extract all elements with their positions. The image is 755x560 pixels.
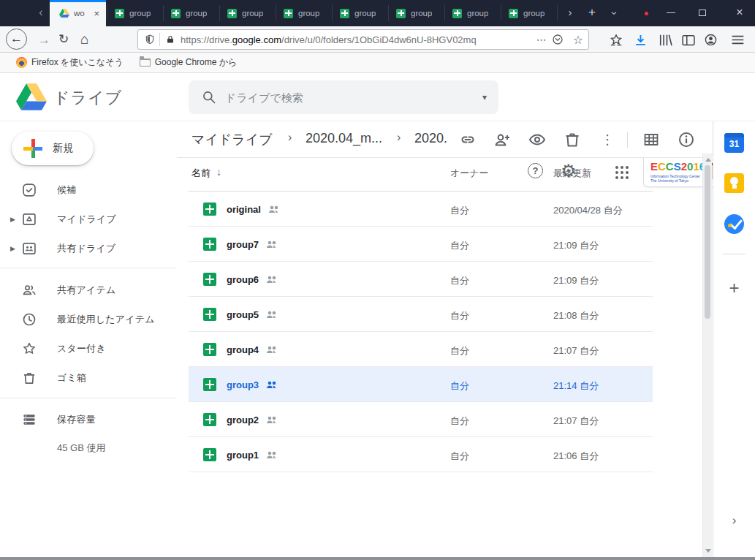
new-button[interactable]: 新規	[12, 132, 94, 165]
menu-icon[interactable]	[732, 35, 744, 45]
scroll-down-arrow[interactable]	[705, 549, 711, 553]
table-row[interactable]: original 自分 2020/04/28 自分	[189, 192, 653, 227]
page-scrollbar[interactable]	[702, 154, 712, 557]
bookmark-folder-chrome[interactable]: Google Chrome から	[140, 56, 238, 69]
tab-close-icon[interactable]: ×	[94, 8, 99, 19]
add-person-icon[interactable]	[493, 131, 511, 148]
tab-overflow-right-icon[interactable]: ›	[561, 0, 579, 26]
collapse-panel-icon[interactable]: ›	[713, 513, 755, 528]
reload-button[interactable]: ↻	[58, 33, 69, 45]
sidebar-toggle-icon[interactable]	[682, 34, 695, 46]
table-row[interactable]: group4 自分 21:07 自分	[189, 332, 653, 367]
back-button[interactable]: ←	[6, 29, 27, 50]
expand-arrow-icon[interactable]: ▶	[10, 245, 15, 252]
forward-button[interactable]: →	[38, 34, 50, 46]
table-row[interactable]: group7 自分 21:09 自分	[189, 227, 653, 262]
file-owner: 自分	[450, 274, 469, 287]
breadcrumb-folder[interactable]: 2020.04_m...	[306, 131, 382, 146]
sheets-icon	[340, 9, 349, 18]
sheets-icon	[203, 238, 216, 251]
sidebar-item-starred[interactable]: スター付き	[0, 334, 176, 363]
grid-view-icon[interactable]	[642, 131, 660, 148]
preview-eye-icon[interactable]	[528, 131, 546, 148]
library-icon[interactable]	[659, 34, 673, 46]
panel-divider	[723, 254, 745, 254]
window-bottom-edge	[0, 557, 755, 560]
delete-trash-icon[interactable]	[564, 131, 581, 148]
breadcrumb-my-drive[interactable]: マイドライブ	[191, 131, 273, 148]
table-row[interactable]: group6 自分 21:09 自分	[189, 262, 653, 297]
scroll-up-arrow[interactable]	[705, 158, 711, 162]
downloads-icon[interactable]	[634, 34, 647, 46]
column-header-name[interactable]: 名前	[191, 167, 210, 180]
tab-group[interactable]: group	[389, 0, 444, 26]
tracking-shield-icon[interactable]	[145, 34, 155, 45]
bookmark-firefox[interactable]: Firefox を使いこなそう	[16, 56, 124, 69]
info-icon[interactable]	[678, 131, 695, 148]
sidebar-item-trash[interactable]: ゴミ箱	[0, 363, 176, 393]
tab-group[interactable]: group	[164, 0, 219, 26]
tab-group[interactable]: group	[445, 0, 501, 26]
table-row[interactable]: group2 自分 21:07 自分	[189, 402, 653, 437]
keep-icon[interactable]	[724, 173, 744, 193]
sidebar-item-recent[interactable]: 最近使用したアイテム	[0, 305, 176, 334]
breadcrumb-current-folder[interactable]: 2020.	[414, 131, 447, 146]
tab-separator	[501, 5, 501, 21]
get-link-icon[interactable]	[459, 131, 477, 148]
table-row[interactable]: group1 自分 21:06 自分	[189, 437, 653, 472]
tab-scroll-left-icon[interactable]: ‹	[34, 0, 48, 26]
search-options-dropdown-icon[interactable]: ▾	[482, 92, 487, 102]
tab-separator	[444, 5, 445, 21]
scrollbar-thumb[interactable]	[705, 165, 710, 319]
window-maximize-button[interactable]	[699, 10, 706, 16]
search-input[interactable]	[225, 91, 482, 104]
account-icon[interactable]	[705, 34, 717, 46]
tab-drive[interactable]: wo ×	[50, 0, 106, 26]
google-side-panel: 31 + ›	[713, 121, 755, 557]
url-text[interactable]: https://drive.google.com/drive/u/0/folde…	[181, 34, 531, 45]
search-bar[interactable]: ▾	[189, 80, 498, 114]
tab-group[interactable]: group	[220, 0, 276, 26]
sidebar-item-shared-with-me[interactable]: 共有アイテム	[0, 276, 176, 305]
tab-separator	[332, 5, 333, 21]
table-row-selected[interactable]: group3 自分 21:14 自分	[189, 367, 653, 402]
tasks-icon[interactable]	[724, 214, 744, 234]
file-modified: 21:09 自分	[553, 239, 599, 252]
expand-arrow-icon[interactable]: ▶	[10, 216, 15, 223]
window-close-button[interactable]: ×	[729, 0, 750, 26]
tab-group[interactable]: group	[276, 0, 332, 26]
help-icon[interactable]: ?	[528, 163, 543, 178]
sheets-icon	[203, 203, 216, 216]
sidebar-item-priority[interactable]: 候補	[0, 175, 176, 205]
more-actions-icon[interactable]: ⋮	[599, 131, 616, 148]
sidebar-item-shared-drives[interactable]: ▶ 共有ドライブ	[0, 234, 176, 263]
add-addon-button[interactable]: +	[713, 278, 755, 298]
bookmark-star-icon[interactable]: ☆	[573, 33, 583, 47]
sheets-icon	[171, 9, 181, 18]
search-icon[interactable]	[202, 90, 216, 105]
list-all-tabs-icon[interactable]: ›	[601, 4, 627, 22]
bookmark-label: Firefox を使いこなそう	[31, 56, 124, 69]
folder-icon	[140, 58, 151, 67]
drive-logo-icon[interactable]	[16, 83, 47, 110]
sidebar-item-my-drive[interactable]: ▶ マイドライブ	[0, 205, 176, 234]
sheets-icon	[396, 9, 406, 18]
new-tab-button[interactable]: +	[583, 0, 601, 26]
home-button[interactable]: ⌂	[80, 32, 88, 46]
google-apps-grid-icon[interactable]	[615, 166, 618, 169]
calendar-icon[interactable]: 31	[724, 133, 744, 153]
tab-group[interactable]: group	[333, 0, 388, 26]
url-overflow-icon[interactable]: ⋯	[536, 34, 547, 45]
sort-arrow-icon[interactable]: ↓	[216, 166, 221, 178]
pocket-icon[interactable]	[552, 34, 564, 45]
window-minimize-button[interactable]: —	[661, 0, 681, 26]
tab-group[interactable]: group	[107, 0, 163, 26]
sidebar-item-storage[interactable]: 保存容量	[0, 405, 176, 434]
column-header-owner[interactable]: オーナー	[450, 167, 489, 180]
tab-group[interactable]: group	[501, 0, 557, 26]
bookmarks-menu-icon[interactable]	[610, 34, 623, 46]
url-bar[interactable]: https://drive.google.com/drive/u/0/folde…	[137, 29, 589, 50]
table-row[interactable]: group5 自分 21:08 自分	[189, 297, 653, 332]
column-header-modified[interactable]: 最終更新	[553, 167, 591, 180]
sidebar-item-label: スター付き	[57, 342, 106, 355]
